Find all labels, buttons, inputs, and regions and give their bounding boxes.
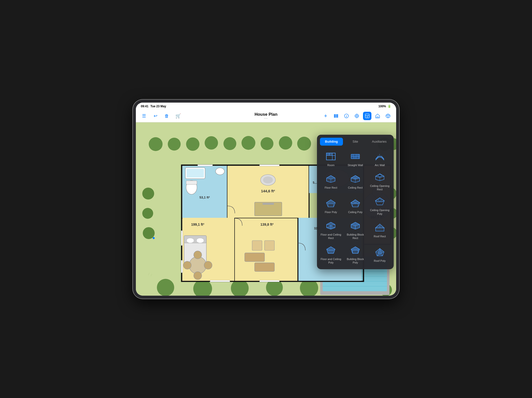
svg-point-77 [194, 251, 202, 259]
svg-point-24 [297, 137, 311, 151]
ceiling-rect-label: Ceiling Rect [348, 186, 363, 189]
popup-item-roof-poly[interactable]: Roof Poly [368, 243, 392, 266]
ceiling-rect-icon [350, 174, 361, 184]
svg-point-76 [189, 257, 206, 274]
popup-item-building-block-poly[interactable]: Building Block Poly [343, 243, 367, 266]
building-block-rect-icon [350, 221, 361, 231]
popup-item-straight-wall[interactable]: Straight Wall [343, 149, 367, 169]
straight-wall-label: Straight Wall [348, 163, 363, 167]
toolbar-right: + i [321, 112, 392, 120]
time: 09:41 [141, 105, 148, 108]
target-button[interactable] [353, 112, 361, 120]
straight-wall-icon [350, 151, 361, 162]
svg-point-18 [186, 137, 199, 151]
building-block-poly-label: Building Block Poly [345, 257, 366, 265]
svg-rect-100 [181, 260, 183, 273]
floor-rect-label: Floor Rect [325, 186, 337, 189]
tab-site[interactable]: Site [344, 138, 367, 146]
svg-rect-87 [263, 203, 274, 205]
svg-text:5...: 5... [313, 181, 317, 184]
svg-rect-92 [252, 241, 262, 250]
svg-point-16 [149, 137, 163, 151]
floor-plan-button[interactable] [363, 112, 371, 120]
house-button[interactable] [373, 112, 382, 120]
svg-point-80 [204, 261, 212, 269]
toolbar-left: ☰ ↩ 🗑 🛒 [140, 112, 182, 120]
svg-rect-93 [265, 241, 274, 250]
popup-item-ceiling-opening-poly[interactable]: Ceiling Opening Poly [368, 194, 392, 218]
svg-text:139,8 ft²: 139,8 ft² [261, 222, 274, 226]
svg-text:144,6 ft²: 144,6 ft² [261, 189, 275, 193]
popup-item-floor-ceiling-poly[interactable]: Floor and Ceiling Poly [319, 243, 343, 266]
ceiling-opening-rect-icon [374, 172, 385, 183]
library-button[interactable] [332, 112, 340, 120]
svg-text:199,1 ft²: 199,1 ft² [191, 222, 204, 226]
svg-rect-97 [198, 165, 213, 166]
popup-tabs: Building Site Auxiliaries [317, 135, 394, 148]
toolbar-title: House Plan ··· [255, 112, 278, 120]
popup-item-floor-ceiling-rect[interactable]: Floor and Ceiling Rect [319, 218, 343, 242]
svg-point-115 [378, 175, 381, 177]
undo-button[interactable]: ↩ [151, 112, 160, 120]
ceiling-poly-label: Ceiling Poly [348, 210, 363, 214]
popup-item-ceiling-poly[interactable]: Ceiling Poly [343, 194, 367, 218]
status-bar: 09:41 Tue 23 May 100% 🔋 [136, 103, 396, 110]
popup-item-building-block-rect[interactable]: Building Block Rect [343, 218, 367, 242]
roof-rect-label: Roof Rect [374, 235, 386, 238]
popup-item-room[interactable]: Room [319, 149, 343, 169]
svg-rect-99 [181, 231, 183, 245]
menu-button[interactable]: ☰ [140, 112, 148, 120]
svg-point-103 [153, 237, 155, 239]
popup-item-roof-rect[interactable]: Roof Rect [368, 218, 392, 242]
svg-point-6 [356, 115, 358, 117]
svg-point-17 [168, 138, 181, 151]
roof-poly-icon [374, 247, 385, 258]
ceiling-poly-icon [350, 198, 361, 209]
popup-item-floor-poly[interactable]: Floor Poly [319, 194, 343, 218]
svg-rect-102 [260, 280, 279, 282]
svg-rect-101 [210, 280, 230, 282]
add-button[interactable]: + [321, 112, 330, 120]
3d-button[interactable] [384, 112, 392, 120]
floor-poly-icon [325, 198, 336, 209]
date: Tue 23 May [150, 105, 166, 108]
toolbar: ☰ ↩ 🗑 🛒 House Plan ··· + [136, 110, 396, 122]
trash-button[interactable]: 🗑 [163, 112, 171, 120]
svg-point-35 [157, 279, 174, 296]
tab-building[interactable]: Building [320, 138, 343, 146]
main-content: 562,5 ft² [136, 122, 396, 296]
roof-poly-label: Roof Poly [374, 259, 386, 263]
svg-text:i: i [346, 115, 347, 118]
arc-wall-icon [374, 151, 385, 162]
info-button[interactable]: i [342, 112, 351, 120]
ceiling-opening-poly-label: Ceiling Opening Poly [369, 208, 390, 216]
floor-ceiling-poly-icon [325, 245, 336, 256]
building-block-poly-icon [350, 245, 361, 256]
cart-button[interactable]: 🛒 [174, 112, 182, 120]
svg-point-19 [205, 136, 218, 150]
ipad-screen: 09:41 Tue 23 May 100% 🔋 ☰ ↩ 🗑 🛒 House Pl… [136, 103, 396, 296]
popup-item-ceiling-opening-rect[interactable]: Ceiling Opening Rect [368, 169, 392, 193]
popup-item-floor-rect[interactable]: Floor Rect [319, 169, 343, 193]
svg-point-85 [263, 177, 273, 183]
tab-auxiliaries[interactable]: Auxiliaries [368, 138, 391, 146]
ceiling-opening-rect-label: Ceiling Opening Rect [369, 184, 390, 191]
svg-rect-90 [245, 253, 265, 262]
svg-point-20 [223, 137, 236, 150]
room-icon [325, 151, 336, 162]
floor-ceiling-rect-label: Floor and Ceiling Rect [320, 233, 341, 240]
svg-rect-98 [260, 165, 279, 166]
svg-point-33 [142, 208, 153, 219]
svg-point-32 [142, 188, 154, 199]
svg-point-34 [143, 227, 155, 239]
battery-icon: 🔋 [387, 105, 391, 108]
svg-rect-64 [187, 169, 204, 177]
svg-point-79 [183, 261, 191, 269]
arc-wall-label: Arc Wall [375, 163, 385, 167]
room-label: Room [327, 163, 335, 167]
floor-rect-icon [325, 174, 336, 184]
popup-item-ceiling-rect[interactable]: Ceiling Rect [343, 169, 367, 193]
popup-item-arc-wall[interactable]: Arc Wall [368, 149, 392, 169]
svg-rect-91 [255, 263, 274, 271]
ceiling-opening-poly-icon [374, 196, 385, 207]
